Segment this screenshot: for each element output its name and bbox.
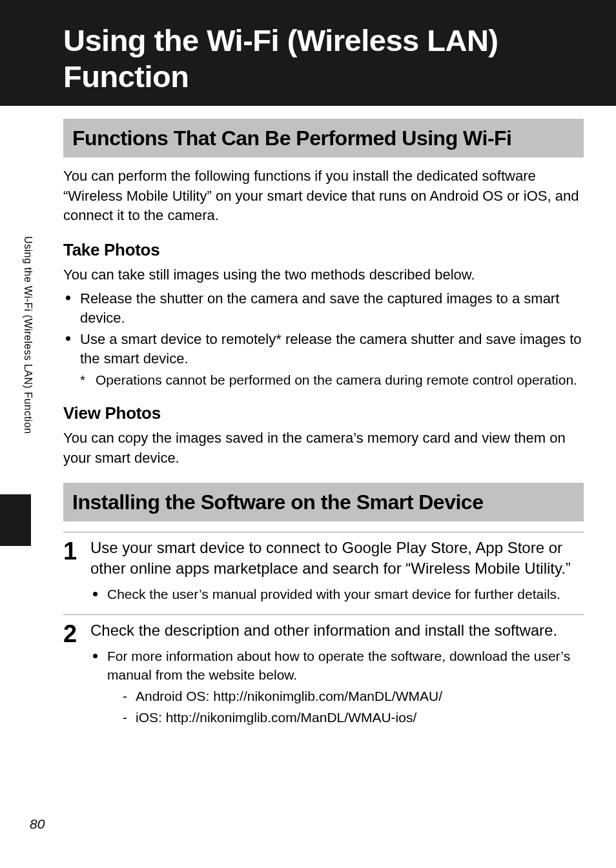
bullet-icon — [90, 647, 107, 684]
bullet-icon — [63, 289, 80, 327]
section1-intro: You can perform the following functions … — [63, 167, 584, 226]
view-photos-body: You can copy the images saved in the cam… — [63, 429, 584, 469]
main-content: Functions That Can Be Performed Using Wi… — [0, 119, 616, 727]
list-item: For more information about how to operat… — [90, 647, 584, 684]
step-row-1: 1 Use your smart device to connect to Go… — [63, 532, 584, 604]
step-body: Check the description and other informat… — [90, 620, 584, 727]
footnote: * Operations cannot be performed on the … — [80, 371, 584, 389]
nested-text: iOS: http://nikonimglib.com/ManDL/WMAU-i… — [136, 708, 416, 727]
bullet-text: For more information about how to operat… — [107, 647, 584, 684]
list-item: Release the shutter on the camera and sa… — [63, 289, 584, 327]
top-bar — [0, 0, 616, 23]
page-title: Using the Wi-Fi (Wireless LAN) Function — [0, 23, 616, 106]
bullet-text: Release the shutter on the camera and sa… — [80, 289, 584, 327]
take-photos-bullets: Release the shutter on the camera and sa… — [63, 289, 584, 389]
step-text: Use your smart device to connect to Goog… — [90, 538, 584, 580]
nested-item: - iOS: http://nikonimglib.com/ManDL/WMAU… — [123, 708, 584, 727]
subheader-take-photos: Take Photos — [63, 240, 584, 260]
step-text: Check the description and other informat… — [90, 620, 584, 641]
dash-icon: - — [123, 687, 136, 705]
list-item: Check the user’s manual provided with yo… — [90, 585, 584, 603]
list-item: Use a smart device to remotely* release … — [63, 330, 584, 368]
footnote-mark: * — [80, 371, 96, 389]
bullet-icon — [63, 330, 80, 368]
step-body: Use your smart device to connect to Goog… — [90, 538, 584, 604]
step-number: 1 — [63, 538, 90, 604]
step-bullets: Check the user’s manual provided with yo… — [90, 585, 584, 603]
step-bullets: For more information about how to operat… — [90, 647, 584, 727]
step-number: 2 — [63, 620, 90, 727]
section-header-functions: Functions That Can Be Performed Using Wi… — [63, 119, 584, 157]
nested-text: Android OS: http://nikonimglib.com/ManDL… — [136, 687, 442, 705]
step-row-2: 2 Check the description and other inform… — [63, 614, 584, 727]
bullet-icon — [90, 585, 107, 603]
subheader-view-photos: View Photos — [63, 403, 584, 423]
bullet-text: Use a smart device to remotely* release … — [80, 330, 584, 368]
sidebar-tab-text: Using the Wi-Fi (Wireless LAN) Function — [19, 236, 34, 434]
take-photos-intro: You can take still images using the two … — [63, 265, 584, 285]
footnote-text: Operations cannot be performed on the ca… — [96, 371, 584, 389]
page-number: 80 — [30, 816, 45, 832]
sidebar-tab-marker — [0, 494, 31, 546]
dash-icon: - — [123, 708, 136, 727]
nested-item: - Android OS: http://nikonimglib.com/Man… — [123, 687, 584, 705]
bullet-text: Check the user’s manual provided with yo… — [107, 585, 584, 603]
section-header-installing: Installing the Software on the Smart Dev… — [63, 483, 584, 521]
